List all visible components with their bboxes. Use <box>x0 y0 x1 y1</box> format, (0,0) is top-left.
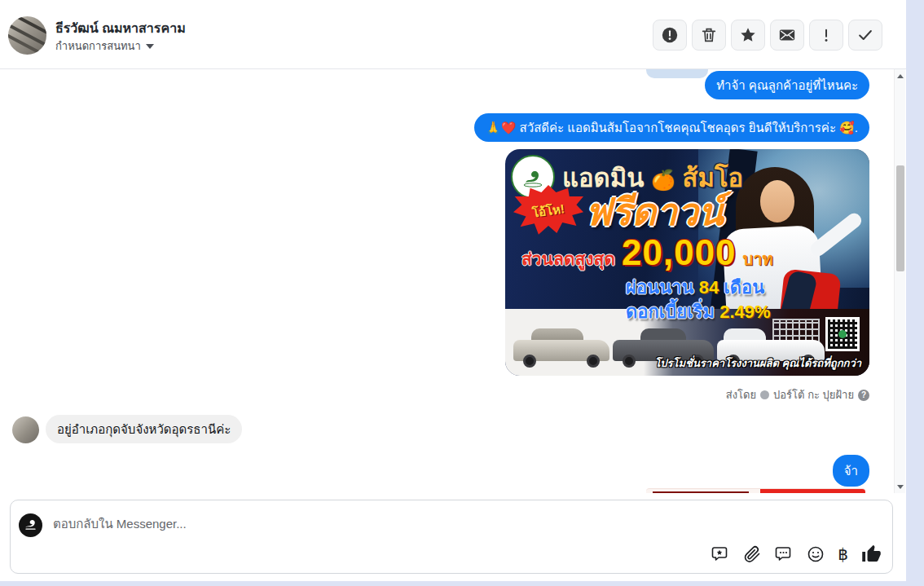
mark-unread-button[interactable] <box>770 20 804 51</box>
contact-message-avatar[interactable] <box>12 416 39 443</box>
composer-box[interactable]: ฿ <box>10 500 893 574</box>
page-logo-avatar <box>19 513 42 537</box>
report-button[interactable] <box>653 20 687 51</box>
mark-important-button[interactable] <box>809 20 843 51</box>
emoji-icon <box>806 544 825 564</box>
contact-avatar[interactable] <box>8 16 46 55</box>
star-icon <box>739 26 757 44</box>
trash-icon <box>700 26 718 44</box>
saved-replies-button[interactable] <box>774 544 794 564</box>
composer-toolbar: ฿ <box>711 543 882 565</box>
car-wheel <box>587 355 600 368</box>
scroll-up-icon <box>897 74 904 78</box>
ad-installment-value: 84 <box>699 277 719 297</box>
ad-presenter-face <box>760 180 794 223</box>
page-logo-icon <box>22 517 39 534</box>
sticker-icon <box>711 544 730 564</box>
ad-installment-prefix: ผ่อนนาน <box>626 277 694 297</box>
chevron-down-icon <box>146 44 154 49</box>
exclamation-circle-icon <box>661 26 679 44</box>
conversation-schedule-dropdown[interactable]: กำหนดการสนทนา <box>55 37 154 55</box>
sticker-button[interactable] <box>711 544 730 564</box>
message-list: ทำจ้า คุณลูกค้าอยู่ที่ไหนคะ 🙏❤️ สวัสดีค่… <box>0 69 894 493</box>
conversation-header: ธีรวัฒน์ ณมหาสารคาม กำหนดการสนทนา <box>0 0 906 69</box>
saved-replies-icon <box>774 544 794 564</box>
sender-mini-avatar <box>760 390 769 399</box>
emoji-button[interactable] <box>806 544 825 564</box>
message-bubble-incoming[interactable]: อยู่อำเภอกุดจับจังหวัดอุดรธานีค่ะ <box>46 415 242 443</box>
message-bubble-outgoing[interactable]: ทำจ้า คุณลูกค้าอยู่ที่ไหนคะ <box>705 71 869 99</box>
scroll-down-icon <box>897 485 904 489</box>
scroll-down-button[interactable] <box>895 480 906 493</box>
page-background-strip-bottom <box>0 581 906 586</box>
reply-composer: ฿ <box>0 493 894 581</box>
chat-scrollbar[interactable] <box>894 69 905 493</box>
qr-pixels <box>828 319 857 349</box>
contact-name: ธีรวัฒน์ ณมหาสารคาม <box>55 18 186 38</box>
exclamation-icon <box>817 26 835 44</box>
reply-input[interactable] <box>53 511 623 535</box>
header-action-bar <box>653 20 882 51</box>
ad-installment-suffix: เดือน <box>724 277 764 297</box>
like-button[interactable] <box>860 543 882 565</box>
scroll-up-button[interactable] <box>895 69 906 82</box>
ad-caption: โปรโมชั่นราคาโรงงานผลิต คุณได้รถที่ถูกกว… <box>654 355 861 372</box>
message-bubble-outgoing[interactable]: 🙏❤️ สวัสดีค่ะ แอดมินส้มโอจากโชคคุณโชคอุด… <box>474 113 869 142</box>
envelope-icon <box>778 26 796 44</box>
car-wheel <box>523 355 536 368</box>
sent-by-attribution: ส่งโดย ปอร์โต้ กะ ปุยฝ้าย ? <box>726 386 869 403</box>
swan-logo-icon <box>519 163 547 191</box>
ad-discount-unit: บาท <box>743 246 773 272</box>
ad-interest-line: ดอกเบี้ยเริ่ม 2.49% <box>626 297 771 326</box>
check-icon <box>856 26 874 44</box>
ad-discount-value: 20,000 <box>622 232 737 273</box>
qr-code <box>825 317 860 351</box>
message-image-ad[interactable]: แอดมิน 🍊 ส้มโอ โอ้โห! ฟรีดาวน์ ส่วนลดสูง… <box>505 149 869 376</box>
ad-interest-value: 2.49% <box>719 302 770 322</box>
sender-name: ปอร์โต้ กะ ปุยฝ้าย <box>773 386 854 403</box>
sent-by-label: ส่งโดย <box>726 386 756 403</box>
attachment-icon <box>742 544 762 564</box>
scrollbar-thumb[interactable] <box>896 165 904 271</box>
attach-file-button[interactable] <box>742 544 762 564</box>
delete-conversation-button[interactable] <box>692 20 726 51</box>
ad-burst-text: โอ้โห! <box>531 199 566 223</box>
help-question-icon[interactable]: ? <box>858 390 869 401</box>
ad-discount-label: ส่วนลดสูงสุด <box>521 245 615 272</box>
messenger-chat-window: ธีรวัฒน์ ณมหาสารคาม กำหนดการสนทนา <box>0 0 924 586</box>
conversation-schedule-label: กำหนดการสนทนา <box>55 37 141 55</box>
ad-discount-line: ส่วนลดสูงสุด 20,000 บาท <box>521 232 773 273</box>
payment-baht-icon[interactable]: ฿ <box>838 546 848 562</box>
like-thumb-icon <box>860 543 882 565</box>
car-hatchback-illustration <box>513 325 609 368</box>
message-bubble-outgoing[interactable]: จ้า <box>833 455 869 487</box>
mark-done-button[interactable] <box>848 20 882 51</box>
ad-interest-prefix: ดอกเบี้ยเริ่ม <box>626 302 715 322</box>
partial-message-top <box>646 69 708 78</box>
star-conversation-button[interactable] <box>731 20 765 51</box>
car-wheel <box>623 355 636 368</box>
page-background-strip-right <box>906 0 924 586</box>
